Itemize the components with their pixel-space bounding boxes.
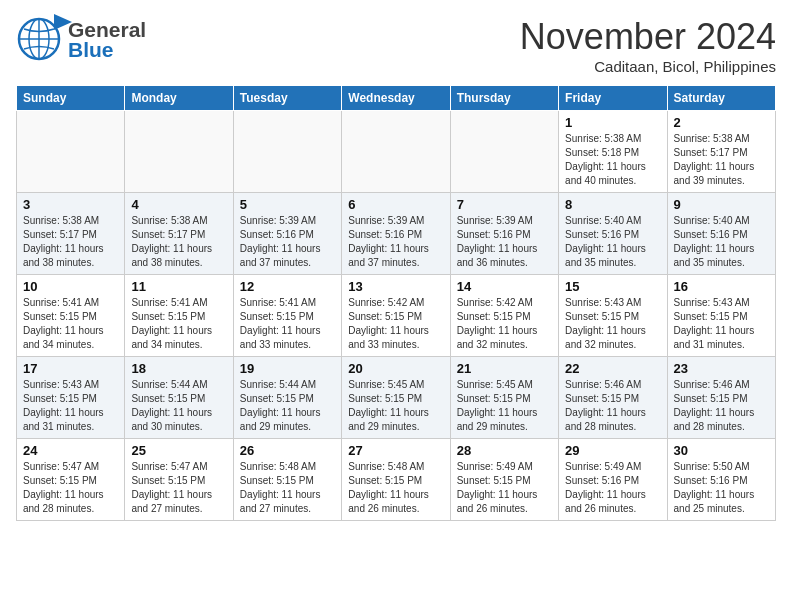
day-info-text: and 29 minutes. (457, 420, 552, 434)
day-info-text: Daylight: 11 hours (457, 242, 552, 256)
day-number: 26 (240, 443, 335, 458)
calendar-cell: 17Sunrise: 5:43 AMSunset: 5:15 PMDayligh… (17, 357, 125, 439)
calendar-cell: 25Sunrise: 5:47 AMSunset: 5:15 PMDayligh… (125, 439, 233, 521)
day-info-text: Daylight: 11 hours (674, 324, 769, 338)
day-info-text: and 40 minutes. (565, 174, 660, 188)
calendar-cell: 23Sunrise: 5:46 AMSunset: 5:15 PMDayligh… (667, 357, 775, 439)
weekday-header-sunday: Sunday (17, 86, 125, 111)
calendar-cell: 2Sunrise: 5:38 AMSunset: 5:17 PMDaylight… (667, 111, 775, 193)
day-number: 5 (240, 197, 335, 212)
calendar-cell: 18Sunrise: 5:44 AMSunset: 5:15 PMDayligh… (125, 357, 233, 439)
day-info-text: Sunrise: 5:40 AM (674, 214, 769, 228)
day-number: 3 (23, 197, 118, 212)
month-title: November 2024 (520, 16, 776, 58)
day-info-text: Sunrise: 5:48 AM (348, 460, 443, 474)
day-info-text: Sunset: 5:15 PM (565, 310, 660, 324)
day-info-text: Daylight: 11 hours (131, 406, 226, 420)
day-number: 25 (131, 443, 226, 458)
day-info-text: and 39 minutes. (674, 174, 769, 188)
calendar-cell: 13Sunrise: 5:42 AMSunset: 5:15 PMDayligh… (342, 275, 450, 357)
day-info-text: Sunset: 5:15 PM (23, 474, 118, 488)
day-info-text: Sunrise: 5:42 AM (348, 296, 443, 310)
day-info-text: Sunrise: 5:47 AM (23, 460, 118, 474)
day-info-text: Daylight: 11 hours (131, 324, 226, 338)
day-info-text: Sunset: 5:15 PM (23, 392, 118, 406)
day-info-text: and 30 minutes. (131, 420, 226, 434)
day-number: 24 (23, 443, 118, 458)
day-number: 8 (565, 197, 660, 212)
day-info-text: Sunset: 5:15 PM (348, 474, 443, 488)
day-info-text: and 26 minutes. (348, 502, 443, 516)
day-info-text: and 32 minutes. (565, 338, 660, 352)
day-info-text: Sunrise: 5:49 AM (457, 460, 552, 474)
day-info-text: Sunset: 5:15 PM (240, 392, 335, 406)
day-info-text: Sunset: 5:16 PM (565, 474, 660, 488)
day-info-text: Sunrise: 5:43 AM (674, 296, 769, 310)
day-number: 6 (348, 197, 443, 212)
day-info-text: Sunset: 5:15 PM (674, 310, 769, 324)
day-info-text: Sunrise: 5:38 AM (131, 214, 226, 228)
calendar-cell: 7Sunrise: 5:39 AMSunset: 5:16 PMDaylight… (450, 193, 558, 275)
calendar-cell: 3Sunrise: 5:38 AMSunset: 5:17 PMDaylight… (17, 193, 125, 275)
calendar-cell: 1Sunrise: 5:38 AMSunset: 5:18 PMDaylight… (559, 111, 667, 193)
day-info-text: Daylight: 11 hours (131, 242, 226, 256)
day-info-text: Sunset: 5:15 PM (131, 474, 226, 488)
day-info-text: Sunrise: 5:39 AM (457, 214, 552, 228)
day-info-text: Sunset: 5:15 PM (457, 392, 552, 406)
day-number: 27 (348, 443, 443, 458)
weekday-header-tuesday: Tuesday (233, 86, 341, 111)
day-info-text: and 37 minutes. (348, 256, 443, 270)
calendar-cell (450, 111, 558, 193)
day-info-text: and 37 minutes. (240, 256, 335, 270)
day-number: 13 (348, 279, 443, 294)
day-info-text: and 36 minutes. (457, 256, 552, 270)
day-info-text: Sunrise: 5:43 AM (23, 378, 118, 392)
day-info-text: Sunrise: 5:41 AM (240, 296, 335, 310)
day-number: 1 (565, 115, 660, 130)
day-info-text: and 33 minutes. (348, 338, 443, 352)
day-number: 28 (457, 443, 552, 458)
weekday-header-saturday: Saturday (667, 86, 775, 111)
day-info-text: Daylight: 11 hours (348, 488, 443, 502)
day-info-text: Sunrise: 5:49 AM (565, 460, 660, 474)
calendar-cell: 26Sunrise: 5:48 AMSunset: 5:15 PMDayligh… (233, 439, 341, 521)
day-number: 22 (565, 361, 660, 376)
day-info-text: Daylight: 11 hours (240, 324, 335, 338)
calendar-cell: 28Sunrise: 5:49 AMSunset: 5:15 PMDayligh… (450, 439, 558, 521)
calendar-cell: 9Sunrise: 5:40 AMSunset: 5:16 PMDaylight… (667, 193, 775, 275)
day-info-text: Sunset: 5:15 PM (565, 392, 660, 406)
calendar-cell (125, 111, 233, 193)
day-info-text: and 35 minutes. (565, 256, 660, 270)
day-info-text: Sunrise: 5:38 AM (23, 214, 118, 228)
calendar-cell: 20Sunrise: 5:45 AMSunset: 5:15 PMDayligh… (342, 357, 450, 439)
day-info-text: Sunset: 5:15 PM (348, 392, 443, 406)
calendar-table: SundayMondayTuesdayWednesdayThursdayFrid… (16, 85, 776, 521)
day-info-text: Daylight: 11 hours (348, 324, 443, 338)
day-info-text: Daylight: 11 hours (457, 324, 552, 338)
day-info-text: Daylight: 11 hours (565, 324, 660, 338)
day-info-text: and 28 minutes. (674, 420, 769, 434)
day-info-text: Sunrise: 5:46 AM (565, 378, 660, 392)
day-info-text: and 34 minutes. (131, 338, 226, 352)
day-info-text: Sunrise: 5:41 AM (23, 296, 118, 310)
day-info-text: Sunrise: 5:44 AM (240, 378, 335, 392)
calendar-cell: 19Sunrise: 5:44 AMSunset: 5:15 PMDayligh… (233, 357, 341, 439)
calendar-cell: 15Sunrise: 5:43 AMSunset: 5:15 PMDayligh… (559, 275, 667, 357)
calendar-cell: 5Sunrise: 5:39 AMSunset: 5:16 PMDaylight… (233, 193, 341, 275)
day-info-text: Sunset: 5:15 PM (23, 310, 118, 324)
day-info-text: Daylight: 11 hours (457, 406, 552, 420)
day-number: 17 (23, 361, 118, 376)
day-info-text: and 31 minutes. (23, 420, 118, 434)
calendar-cell: 11Sunrise: 5:41 AMSunset: 5:15 PMDayligh… (125, 275, 233, 357)
day-info-text: Daylight: 11 hours (240, 406, 335, 420)
day-info-text: Sunrise: 5:50 AM (674, 460, 769, 474)
day-info-text: and 25 minutes. (674, 502, 769, 516)
day-info-text: and 29 minutes. (348, 420, 443, 434)
day-number: 4 (131, 197, 226, 212)
day-info-text: Sunset: 5:15 PM (457, 310, 552, 324)
calendar-cell: 24Sunrise: 5:47 AMSunset: 5:15 PMDayligh… (17, 439, 125, 521)
calendar-cell: 10Sunrise: 5:41 AMSunset: 5:15 PMDayligh… (17, 275, 125, 357)
day-info-text: Daylight: 11 hours (240, 488, 335, 502)
day-info-text: Daylight: 11 hours (674, 242, 769, 256)
day-info-text: Sunset: 5:17 PM (23, 228, 118, 242)
